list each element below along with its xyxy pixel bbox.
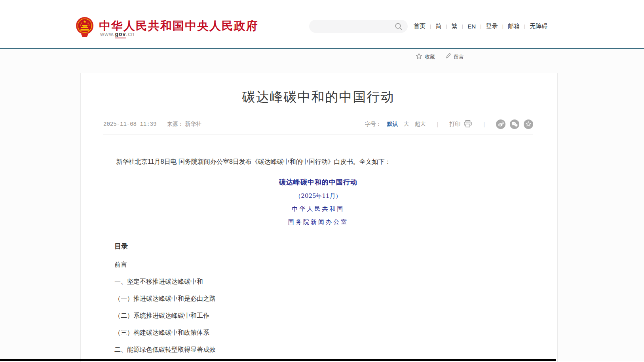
nav-separator: | [462,23,463,29]
nav-login[interactable]: 登录 [486,23,498,30]
article-date: 2025-11-08 11:39 [103,121,156,127]
font-size-xlarge[interactable]: 超大 [415,121,426,128]
share-star-icon[interactable] [524,119,533,129]
article-card: 碳达峰碳中和的中国行动 2025-11-08 11:39 来源： 新华社 字号：… [80,73,558,362]
document-date: （2025年11月） [103,192,533,200]
article-meta-right: 字号： 默认 大 超大 | 打印 [365,119,533,129]
national-emblem-logo: ★ ★ ★ ★ ★ [76,16,94,40]
article-source: 来源： 新华社 [167,121,201,128]
toc-item-1-1: （一）推进碳达峰碳中和是必由之路 [114,295,533,302]
document-heading-block: 碳达峰碳中和的中国行动 （2025年11月） 中华人民共和国 国务院新闻办公室 [103,178,533,226]
nav-simplified[interactable]: 简 [435,23,441,30]
lead-paragraph: 新华社北京11月8日电 国务院新闻办公室8日发布《碳达峰碳中和的中国行动》白皮书… [103,156,533,167]
message-button[interactable]: 留言 [445,53,464,61]
nav-separator: | [480,23,481,29]
weibo-icon[interactable] [496,119,505,129]
share-icons [496,119,533,129]
nav-mail[interactable]: 邮箱 [508,23,520,30]
svg-text:★: ★ [88,24,90,26]
article-title: 碳达峰碳中和的中国行动 [103,88,533,106]
toc-item-1-3: （三）构建碳达峰碳中和政策体系 [114,329,533,336]
nav-accessibility[interactable]: 无障碍 [530,23,547,30]
source-value: 新华社 [185,121,201,127]
favorite-button[interactable]: 收藏 [416,53,435,61]
article-meta-left: 2025-11-08 11:39 来源： 新华社 [103,121,201,128]
site-url-gov: gov [115,31,126,38]
svg-text:★: ★ [83,19,87,24]
nav-traditional[interactable]: 繁 [452,23,458,30]
nav-separator: | [430,23,431,29]
meta-separator: | [431,121,444,127]
toc-item-preface: 前言 [114,261,533,268]
document-org-line1: 中华人民共和国 [103,205,533,213]
source-label: 来源： [167,121,183,127]
meta-divider [103,135,533,135]
toc-item-1-2: （二）系统推进碳达峰碳中和工作 [114,312,533,319]
toc-item-1: 一、坚定不移推进碳达峰碳中和 [114,278,533,285]
favorite-label: 收藏 [425,53,435,61]
site-url-prefix: www. [100,31,115,37]
toc-heading: 目录 [114,242,533,251]
search-input[interactable] [309,20,394,33]
svg-text:★: ★ [80,24,82,26]
site-header: ★ ★ ★ ★ ★ 中华人民共和国中央人民政府 www.gov.cn [0,0,644,48]
printer-icon [464,120,472,129]
font-size-large[interactable]: 大 [404,121,409,128]
star-icon [416,53,422,61]
top-nav: 首页 | 简 | 繁 | EN | 登录 | 邮箱 | 无障碍 [414,23,547,30]
font-size-default[interactable]: 默认 [387,121,398,128]
nav-english[interactable]: EN [467,23,476,30]
site-url[interactable]: www.gov.cn [100,31,135,37]
wechat-icon[interactable] [510,119,519,129]
font-size-label: 字号： [365,121,382,128]
table-of-contents: 目录 前言 一、坚定不移推进碳达峰碳中和 （一）推进碳达峰碳中和是必由之路 （二… [114,242,533,362]
nav-separator: | [446,23,447,29]
site-url-suffix: .cn [126,31,135,37]
nav-separator: | [502,23,503,29]
meta-separator: | [478,121,490,127]
page-body: 收藏 留言 碳达峰碳中和的中国行动 2025-11-08 11:39 来源： 新… [0,49,644,361]
print-label: 打印 [449,121,460,128]
nav-home[interactable]: 首页 [414,23,426,30]
viewport-bottom-bar [0,359,556,361]
page: ★ ★ ★ ★ ★ 中华人民共和国中央人民政府 www.gov.cn [0,0,644,362]
search-box[interactable] [309,20,408,33]
document-title: 碳达峰碳中和的中国行动 [103,178,533,187]
article-meta-row: 2025-11-08 11:39 来源： 新华社 字号： 默认 大 超大 | 打… [103,118,533,130]
document-org-line2: 国务院新闻办公室 [103,218,533,226]
toc-item-2: 二、能源绿色低碳转型取得显著成效 [114,346,533,353]
message-label: 留言 [454,53,464,61]
print-button[interactable]: 打印 [449,120,472,129]
pencil-icon [445,53,451,61]
quick-actions: 收藏 留言 [416,53,464,61]
search-icon[interactable] [394,22,403,31]
nav-separator: | [524,23,525,29]
